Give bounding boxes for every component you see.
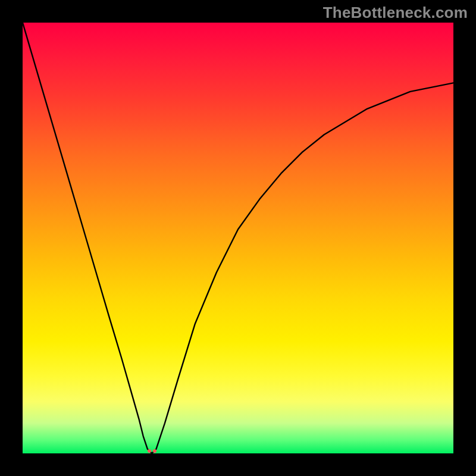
chart-frame: TheBottleneck.com [0, 0, 476, 476]
watermark-text: TheBottleneck.com [323, 4, 468, 22]
optimum-marker-2 [153, 449, 156, 453]
plot-area [23, 23, 453, 453]
bottleneck-curve [23, 23, 453, 453]
curve-path [23, 23, 453, 453]
